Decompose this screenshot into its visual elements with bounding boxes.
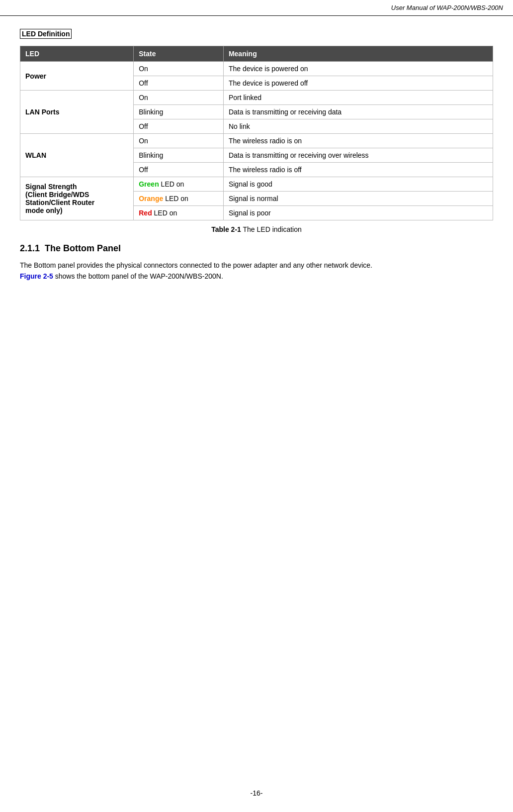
page-footer: -16-	[0, 789, 513, 797]
table-row: WLAN On The wireless radio is on	[20, 134, 493, 148]
lan-meaning-on: Port linked	[223, 91, 493, 105]
body-text-1: The Bottom panel provides the physical c…	[20, 261, 372, 269]
signal-state-red: Red LED on	[134, 206, 224, 220]
orange-text: Orange	[139, 195, 163, 203]
power-state-off: Off	[134, 76, 224, 91]
lan-meaning-off: No link	[223, 119, 493, 134]
power-state-on: On	[134, 62, 224, 76]
signal-meaning-orange: Signal is normal	[223, 192, 493, 206]
wlan-meaning-blinking: Data is transmitting or receiving over w…	[223, 148, 493, 163]
wlan-state-blinking: Blinking	[134, 148, 224, 163]
signal-state-green: Green LED on	[134, 177, 224, 192]
lan-meaning-blinking: Data is transmitting or receiving data	[223, 105, 493, 119]
led-lan-label: LAN Ports	[20, 91, 134, 134]
led-signal-label: Signal Strength(Client Bridge/WDSStation…	[20, 177, 134, 220]
lan-state-blinking: Blinking	[134, 105, 224, 119]
subsection-number: 2.1.1	[20, 243, 40, 253]
table-row: Power On The device is powered on	[20, 62, 493, 76]
col-header-led: LED	[20, 46, 134, 62]
caption-suffix: The LED indication	[241, 225, 302, 233]
page-header: User Manual of WAP-200N/WBS-200N	[0, 0, 513, 16]
signal-meaning-red: Signal is poor	[223, 206, 493, 220]
body-text-2-suffix: shows the bottom panel of the WAP-200N/W…	[53, 272, 223, 280]
red-text: Red	[139, 209, 152, 217]
figure-link[interactable]: Figure 2-5	[20, 272, 53, 280]
page-number: -16-	[251, 789, 263, 797]
subsection-name: The Bottom Panel	[45, 243, 121, 253]
subsection-title: 2.1.1 The Bottom Panel	[20, 243, 493, 254]
wlan-state-on: On	[134, 134, 224, 148]
caption-prefix: Table 2-1	[211, 225, 241, 233]
table-row: LAN Ports On Port linked	[20, 91, 493, 105]
body-paragraph-2: Figure 2-5 shows the bottom panel of the…	[20, 271, 493, 282]
led-power-label: Power	[20, 62, 134, 91]
signal-state-orange: Orange LED on	[134, 192, 224, 206]
wlan-meaning-on: The wireless radio is on	[223, 134, 493, 148]
wlan-meaning-off: The wireless radio is off	[223, 163, 493, 177]
col-header-meaning: Meaning	[223, 46, 493, 62]
table-caption: Table 2-1 The LED indication	[20, 225, 493, 233]
lan-state-off: Off	[134, 119, 224, 134]
led-table: LED State Meaning Power On The device is…	[20, 46, 493, 220]
led-wlan-label: WLAN	[20, 134, 134, 177]
table-row: Signal Strength(Client Bridge/WDSStation…	[20, 177, 493, 192]
main-content: LED Definition LED State Meaning Power O…	[0, 24, 513, 302]
lan-state-on: On	[134, 91, 224, 105]
wlan-state-off: Off	[134, 163, 224, 177]
power-meaning-on: The device is powered on	[223, 62, 493, 76]
section-title: LED Definition	[20, 29, 72, 39]
table-header-row: LED State Meaning	[20, 46, 493, 62]
green-text: Green	[139, 180, 159, 188]
col-header-state: State	[134, 46, 224, 62]
power-meaning-off: The device is powered off	[223, 76, 493, 91]
header-title: User Manual of WAP-200N/WBS-200N	[391, 4, 503, 11]
body-paragraph-1: The Bottom panel provides the physical c…	[20, 260, 493, 271]
signal-meaning-green: Signal is good	[223, 177, 493, 192]
